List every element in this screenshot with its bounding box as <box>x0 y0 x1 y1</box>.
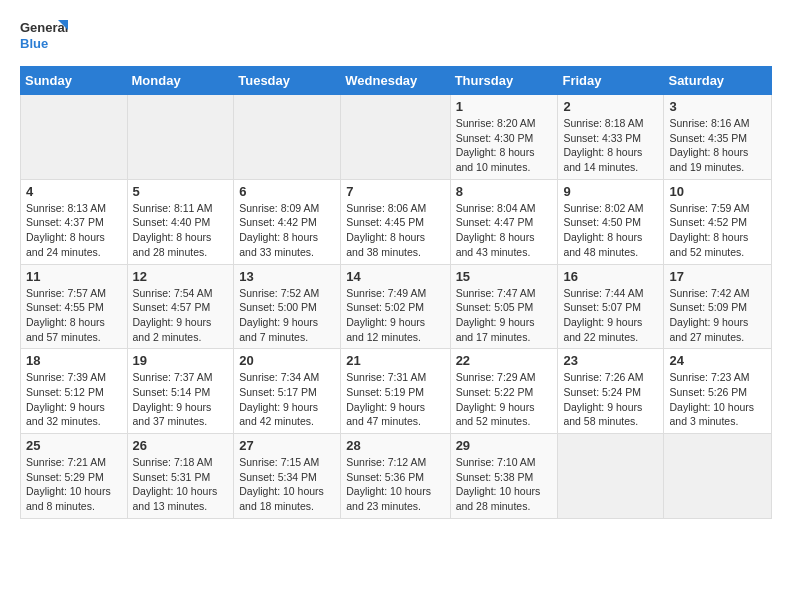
day-info: Sunrise: 7:12 AM Sunset: 5:36 PM Dayligh… <box>346 455 444 514</box>
calendar-cell: 28Sunrise: 7:12 AM Sunset: 5:36 PM Dayli… <box>341 434 450 519</box>
calendar-cell: 5Sunrise: 8:11 AM Sunset: 4:40 PM Daylig… <box>127 179 234 264</box>
weekday-header: Friday <box>558 67 664 95</box>
calendar-cell: 23Sunrise: 7:26 AM Sunset: 5:24 PM Dayli… <box>558 349 664 434</box>
calendar-cell <box>234 95 341 180</box>
day-info: Sunrise: 7:31 AM Sunset: 5:19 PM Dayligh… <box>346 370 444 429</box>
day-info: Sunrise: 7:21 AM Sunset: 5:29 PM Dayligh… <box>26 455 122 514</box>
calendar-cell: 13Sunrise: 7:52 AM Sunset: 5:00 PM Dayli… <box>234 264 341 349</box>
day-number: 8 <box>456 184 553 199</box>
header: General Blue <box>20 16 772 58</box>
calendar-cell: 1Sunrise: 8:20 AM Sunset: 4:30 PM Daylig… <box>450 95 558 180</box>
calendar-cell: 20Sunrise: 7:34 AM Sunset: 5:17 PM Dayli… <box>234 349 341 434</box>
day-number: 9 <box>563 184 658 199</box>
weekday-header: Saturday <box>664 67 772 95</box>
calendar-table: SundayMondayTuesdayWednesdayThursdayFrid… <box>20 66 772 519</box>
day-number: 19 <box>133 353 229 368</box>
calendar-cell: 3Sunrise: 8:16 AM Sunset: 4:35 PM Daylig… <box>664 95 772 180</box>
calendar-cell <box>127 95 234 180</box>
day-number: 11 <box>26 269 122 284</box>
day-number: 14 <box>346 269 444 284</box>
day-number: 28 <box>346 438 444 453</box>
day-info: Sunrise: 7:15 AM Sunset: 5:34 PM Dayligh… <box>239 455 335 514</box>
calendar-week-row: 4Sunrise: 8:13 AM Sunset: 4:37 PM Daylig… <box>21 179 772 264</box>
day-number: 20 <box>239 353 335 368</box>
day-number: 22 <box>456 353 553 368</box>
day-number: 25 <box>26 438 122 453</box>
day-info: Sunrise: 7:59 AM Sunset: 4:52 PM Dayligh… <box>669 201 766 260</box>
day-number: 16 <box>563 269 658 284</box>
day-info: Sunrise: 7:10 AM Sunset: 5:38 PM Dayligh… <box>456 455 553 514</box>
day-number: 1 <box>456 99 553 114</box>
day-info: Sunrise: 8:04 AM Sunset: 4:47 PM Dayligh… <box>456 201 553 260</box>
calendar-cell: 19Sunrise: 7:37 AM Sunset: 5:14 PM Dayli… <box>127 349 234 434</box>
day-number: 13 <box>239 269 335 284</box>
calendar-cell: 14Sunrise: 7:49 AM Sunset: 5:02 PM Dayli… <box>341 264 450 349</box>
calendar-cell: 11Sunrise: 7:57 AM Sunset: 4:55 PM Dayli… <box>21 264 128 349</box>
day-number: 29 <box>456 438 553 453</box>
day-info: Sunrise: 8:18 AM Sunset: 4:33 PM Dayligh… <box>563 116 658 175</box>
calendar-cell <box>664 434 772 519</box>
day-info: Sunrise: 7:47 AM Sunset: 5:05 PM Dayligh… <box>456 286 553 345</box>
calendar-cell: 8Sunrise: 8:04 AM Sunset: 4:47 PM Daylig… <box>450 179 558 264</box>
calendar-cell: 15Sunrise: 7:47 AM Sunset: 5:05 PM Dayli… <box>450 264 558 349</box>
day-info: Sunrise: 7:54 AM Sunset: 4:57 PM Dayligh… <box>133 286 229 345</box>
calendar-cell: 24Sunrise: 7:23 AM Sunset: 5:26 PM Dayli… <box>664 349 772 434</box>
day-info: Sunrise: 8:09 AM Sunset: 4:42 PM Dayligh… <box>239 201 335 260</box>
day-info: Sunrise: 7:34 AM Sunset: 5:17 PM Dayligh… <box>239 370 335 429</box>
calendar-week-row: 18Sunrise: 7:39 AM Sunset: 5:12 PM Dayli… <box>21 349 772 434</box>
svg-text:Blue: Blue <box>20 36 48 51</box>
day-number: 24 <box>669 353 766 368</box>
calendar-cell: 10Sunrise: 7:59 AM Sunset: 4:52 PM Dayli… <box>664 179 772 264</box>
calendar-cell: 16Sunrise: 7:44 AM Sunset: 5:07 PM Dayli… <box>558 264 664 349</box>
calendar-cell: 12Sunrise: 7:54 AM Sunset: 4:57 PM Dayli… <box>127 264 234 349</box>
calendar-cell: 4Sunrise: 8:13 AM Sunset: 4:37 PM Daylig… <box>21 179 128 264</box>
calendar-cell: 21Sunrise: 7:31 AM Sunset: 5:19 PM Dayli… <box>341 349 450 434</box>
weekday-header: Wednesday <box>341 67 450 95</box>
calendar-week-row: 11Sunrise: 7:57 AM Sunset: 4:55 PM Dayli… <box>21 264 772 349</box>
day-number: 15 <box>456 269 553 284</box>
day-number: 3 <box>669 99 766 114</box>
day-info: Sunrise: 7:44 AM Sunset: 5:07 PM Dayligh… <box>563 286 658 345</box>
day-number: 2 <box>563 99 658 114</box>
day-info: Sunrise: 7:52 AM Sunset: 5:00 PM Dayligh… <box>239 286 335 345</box>
calendar-cell: 18Sunrise: 7:39 AM Sunset: 5:12 PM Dayli… <box>21 349 128 434</box>
day-info: Sunrise: 7:57 AM Sunset: 4:55 PM Dayligh… <box>26 286 122 345</box>
day-info: Sunrise: 7:37 AM Sunset: 5:14 PM Dayligh… <box>133 370 229 429</box>
day-number: 23 <box>563 353 658 368</box>
calendar-cell <box>341 95 450 180</box>
calendar-cell: 22Sunrise: 7:29 AM Sunset: 5:22 PM Dayli… <box>450 349 558 434</box>
day-info: Sunrise: 7:23 AM Sunset: 5:26 PM Dayligh… <box>669 370 766 429</box>
calendar-cell: 27Sunrise: 7:15 AM Sunset: 5:34 PM Dayli… <box>234 434 341 519</box>
calendar-cell: 29Sunrise: 7:10 AM Sunset: 5:38 PM Dayli… <box>450 434 558 519</box>
day-info: Sunrise: 7:42 AM Sunset: 5:09 PM Dayligh… <box>669 286 766 345</box>
day-info: Sunrise: 7:18 AM Sunset: 5:31 PM Dayligh… <box>133 455 229 514</box>
calendar-cell <box>558 434 664 519</box>
calendar-cell: 6Sunrise: 8:09 AM Sunset: 4:42 PM Daylig… <box>234 179 341 264</box>
day-number: 6 <box>239 184 335 199</box>
calendar-week-row: 1Sunrise: 8:20 AM Sunset: 4:30 PM Daylig… <box>21 95 772 180</box>
calendar-week-row: 25Sunrise: 7:21 AM Sunset: 5:29 PM Dayli… <box>21 434 772 519</box>
day-info: Sunrise: 7:49 AM Sunset: 5:02 PM Dayligh… <box>346 286 444 345</box>
day-number: 10 <box>669 184 766 199</box>
logo: General Blue <box>20 16 70 58</box>
calendar-cell: 25Sunrise: 7:21 AM Sunset: 5:29 PM Dayli… <box>21 434 128 519</box>
day-number: 4 <box>26 184 122 199</box>
day-info: Sunrise: 8:06 AM Sunset: 4:45 PM Dayligh… <box>346 201 444 260</box>
day-number: 21 <box>346 353 444 368</box>
day-info: Sunrise: 7:39 AM Sunset: 5:12 PM Dayligh… <box>26 370 122 429</box>
weekday-header: Sunday <box>21 67 128 95</box>
day-number: 26 <box>133 438 229 453</box>
calendar-header-row: SundayMondayTuesdayWednesdayThursdayFrid… <box>21 67 772 95</box>
day-info: Sunrise: 8:16 AM Sunset: 4:35 PM Dayligh… <box>669 116 766 175</box>
weekday-header: Tuesday <box>234 67 341 95</box>
day-number: 5 <box>133 184 229 199</box>
day-info: Sunrise: 8:13 AM Sunset: 4:37 PM Dayligh… <box>26 201 122 260</box>
day-number: 17 <box>669 269 766 284</box>
weekday-header: Monday <box>127 67 234 95</box>
day-info: Sunrise: 8:11 AM Sunset: 4:40 PM Dayligh… <box>133 201 229 260</box>
day-number: 7 <box>346 184 444 199</box>
calendar-cell: 2Sunrise: 8:18 AM Sunset: 4:33 PM Daylig… <box>558 95 664 180</box>
calendar-cell: 26Sunrise: 7:18 AM Sunset: 5:31 PM Dayli… <box>127 434 234 519</box>
day-number: 12 <box>133 269 229 284</box>
day-number: 27 <box>239 438 335 453</box>
